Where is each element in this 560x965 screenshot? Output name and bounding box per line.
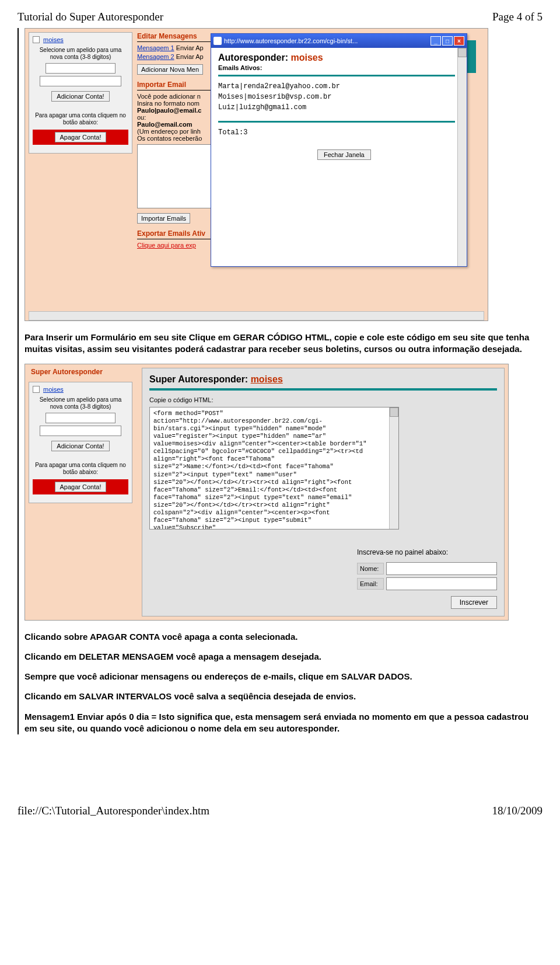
add-account-button[interactable]: Adicionar Conta!	[51, 441, 109, 451]
horizontal-scrollbar[interactable]	[29, 311, 484, 320]
footer-path: file://C:\Tutorial_Autoresponder\index.h…	[18, 804, 209, 817]
close-icon[interactable]: ×	[454, 36, 464, 46]
scroll-up-icon[interactable]	[458, 48, 467, 57]
page-number: Page 4 of 5	[492, 11, 542, 23]
popup-window: http://www.autoresponder.br22.com/cgi-bi…	[211, 33, 467, 267]
message-2-link[interactable]: Mensagem 2	[137, 53, 174, 60]
import-emails-button[interactable]: Importar Emails	[137, 213, 190, 224]
paragraph-mensagem1: Mensagem1 Enviar após 0 dia = Isto signi…	[24, 711, 542, 735]
email-label: Email:	[357, 578, 384, 590]
minimize-icon[interactable]: _	[430, 36, 441, 46]
nickname-input[interactable]	[46, 413, 116, 423]
email-row: Luiz|luizgh@gmail.com	[218, 102, 455, 113]
main-heading-name: moises	[251, 374, 283, 384]
delete-account-button[interactable]: Apagar Conta!	[55, 482, 107, 492]
import-line: Os contatos receberão	[137, 135, 218, 142]
maximize-icon[interactable]: □	[442, 36, 453, 46]
import-example-2: Paulo@email.com	[137, 121, 218, 128]
account-checkbox[interactable]	[33, 36, 40, 43]
message-1-link[interactable]: Mensagem 1	[137, 44, 174, 51]
name-input[interactable]	[386, 562, 497, 575]
copy-code-label: Copie o código HTML:	[149, 396, 497, 403]
paragraph-insert-form: Para Inserir um Formulário em seu site C…	[24, 332, 542, 356]
html-code-textarea[interactable]: <form method="POST" action="http://www.a…	[149, 407, 399, 529]
account-link-moises[interactable]: moises	[43, 36, 64, 43]
popup-subheading: Emails Ativos:	[218, 64, 455, 71]
import-line: ou:	[137, 114, 218, 121]
import-line: Você pode adicionar n	[137, 93, 218, 100]
email-row: Moises|moisesrib@vsp.com.br	[218, 92, 455, 102]
nickname-input-2[interactable]	[40, 426, 121, 436]
sidebar-accounts-panel: moises Selecione um apelido para uma nov…	[29, 382, 132, 503]
message-2-send: Enviar Ap	[176, 53, 204, 60]
main-heading-prefix: Super Autoresponder:	[149, 374, 251, 384]
import-line: Insira no formato nom	[137, 100, 218, 107]
delete-instructions: Para apagar uma conta cliquem no botão a…	[33, 462, 128, 476]
popup-url: http://www.autoresponder.br22.com/cgi-bi…	[224, 37, 428, 44]
nickname-input[interactable]	[46, 63, 116, 74]
sidebar-accounts-panel: moises Selecione um apelido para uma nov…	[29, 32, 132, 154]
signup-caption: Inscreva-se no painel abaixo:	[357, 548, 497, 556]
import-line: (Um endereço por linh	[137, 128, 218, 135]
popup-heading-prefix: Autoresponder:	[218, 53, 290, 62]
import-email-heading: Importar Email	[137, 81, 218, 90]
paragraph-salvar-intervalos: Clicando em SALVAR INTERVALOS você salva…	[24, 691, 542, 702]
popup-titlebar[interactable]: http://www.autoresponder.br22.com/cgi-bi…	[211, 34, 467, 48]
popup-heading: Autoresponder: moises	[218, 53, 455, 63]
nickname-instructions: Selecione um apelido para uma nova conta…	[33, 47, 128, 61]
subscribe-button[interactable]: Inscrever	[451, 596, 497, 609]
vertical-scrollbar[interactable]	[457, 48, 467, 266]
delete-instructions: Para apagar uma conta cliquem no botão a…	[33, 112, 128, 126]
add-new-message-button[interactable]: Adicionar Nova Men	[137, 64, 203, 75]
main-panel: Super Autoresponder: moises Copie o códi…	[142, 368, 505, 616]
email-row: Marta|renda2real@yahoo.com.br	[218, 81, 455, 92]
popup-heading-name: moises	[290, 53, 323, 62]
edit-messages-heading: Editar Mensagens	[137, 32, 218, 42]
popup-body: Autoresponder: moises Emails Ativos: Mar…	[211, 48, 467, 266]
import-textarea[interactable]	[137, 144, 218, 208]
account-checkbox[interactable]	[33, 386, 40, 393]
ie-icon	[214, 37, 222, 45]
nickname-instructions: Selecione um apelido para uma nova conta…	[33, 396, 128, 410]
import-example-1: Paulo|paulo@email.c	[137, 107, 218, 114]
messages-column: Editar Mensagens Mensagem 1 Enviar Ap Me…	[137, 32, 218, 249]
doc-title: Tutorial do Super Autoresponder	[18, 11, 163, 23]
html-code-content: <form method="POST" action="http://www.a…	[153, 410, 395, 529]
paragraph-salvar-dados: Sempre que você adicionar mensagens ou e…	[24, 671, 542, 682]
divider	[218, 121, 455, 123]
delete-highlight: Apagar Conta!	[33, 479, 128, 494]
scroll-up-icon[interactable]	[390, 407, 398, 417]
account-link-moises[interactable]: moises	[43, 386, 64, 393]
divider	[149, 388, 497, 391]
vertical-scrollbar[interactable]	[389, 407, 398, 529]
email-total: Total:3	[218, 127, 455, 138]
signup-panel: Inscreva-se no painel abaixo: Nome: Emai…	[357, 548, 497, 609]
delete-highlight: Apagar Conta!	[33, 130, 128, 145]
export-link[interactable]: Clique aqui para exp	[137, 242, 218, 249]
nickname-input-2[interactable]	[40, 76, 121, 86]
screenshot-emails-ativos: moises Selecione um apelido para uma nov…	[24, 28, 488, 321]
paragraph-deletar-mensagem: Clicando em DELETAR MENSAGEM você apaga …	[24, 651, 542, 663]
footer-date: 18/10/2009	[492, 804, 542, 817]
delete-account-button[interactable]: Apagar Conta!	[55, 132, 107, 142]
divider	[218, 75, 455, 76]
message-1-send: Enviar Ap	[176, 44, 204, 51]
screenshot-gerar-codigo: Super Autoresponder moises Selecione um …	[24, 364, 509, 621]
paragraph-apagar-conta: Clicando sobre APAGAR CONTA você apaga a…	[24, 631, 542, 643]
add-account-button[interactable]: Adicionar Conta!	[51, 91, 109, 102]
close-window-button[interactable]: Fechar Janela	[317, 149, 371, 160]
main-heading: Super Autoresponder: moises	[149, 374, 497, 385]
name-label: Nome:	[357, 563, 384, 574]
export-emails-heading: Exportar Emails Ativ	[137, 229, 218, 239]
email-input[interactable]	[386, 577, 497, 590]
sidebar-title: Super Autoresponder	[31, 368, 103, 376]
